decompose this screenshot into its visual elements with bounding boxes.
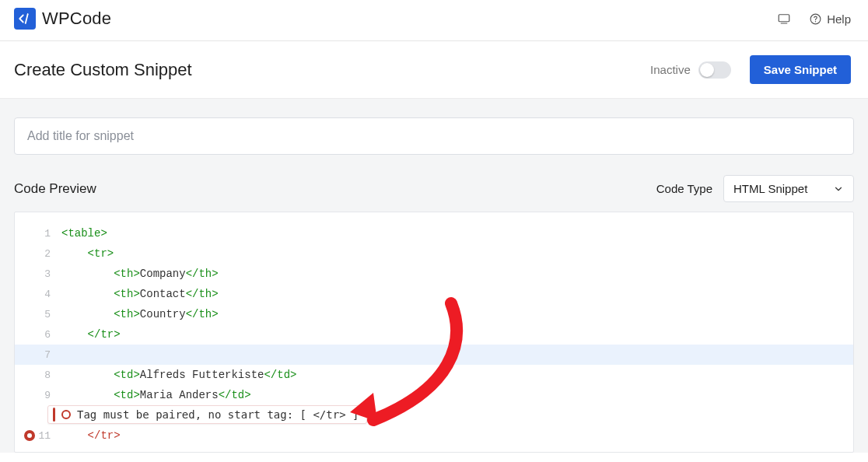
- status-toggle-group: Inactive: [650, 61, 731, 79]
- code-line: 2 <tr>: [15, 243, 853, 264]
- line-gutter: 7: [15, 349, 61, 361]
- save-button[interactable]: Save Snippet: [750, 55, 851, 84]
- line-gutter: 9: [15, 390, 61, 401]
- line-gutter: 2: [15, 248, 61, 260]
- screen-options-icon[interactable]: [776, 11, 792, 26]
- brand-logo: [14, 8, 36, 30]
- code-slash-icon: [18, 12, 32, 26]
- help-icon: [809, 12, 822, 26]
- error-ring-icon: [61, 410, 71, 419]
- brand-name: WPCode: [42, 9, 111, 29]
- error-message: Tag must be paired, no start tag: [ </tr…: [77, 408, 359, 421]
- code-line: 9 <td>Maria Anders</td>: [15, 385, 853, 405]
- page-title: Create Custom Snippet: [14, 60, 192, 80]
- code-line: 5 <th>Country</th>: [15, 304, 853, 324]
- top-bar: WPCode Help: [0, 0, 868, 41]
- line-gutter: 6: [15, 329, 61, 341]
- error-gutter-icon: [24, 430, 35, 441]
- code-type-label: Code Type: [656, 182, 712, 195]
- code-line: 8 <td>Alfreds Futterkiste</td>: [15, 365, 853, 385]
- brand: WPCode: [14, 8, 111, 30]
- code-line: 1<table>: [15, 223, 853, 243]
- body-area: Code Preview Code Type HTML Snippet 1<ta…: [0, 99, 868, 453]
- code-content: <th>Contact</th>: [61, 288, 219, 300]
- code-content: <th>Country</th>: [61, 308, 219, 320]
- code-content: <td>Maria Anders</td>: [61, 389, 251, 401]
- svg-point-3: [815, 21, 816, 22]
- line-gutter: 1: [15, 228, 61, 240]
- code-content: </tr>: [61, 429, 121, 442]
- code-line: 7: [15, 345, 853, 365]
- code-type-select[interactable]: HTML Snippet: [723, 175, 854, 202]
- line-gutter: 5: [15, 309, 61, 320]
- line-gutter: 11: [15, 430, 61, 442]
- help-link[interactable]: Help: [809, 12, 851, 26]
- preview-header-row: Code Preview Code Type HTML Snippet: [14, 175, 854, 202]
- code-type-group: Code Type HTML Snippet: [656, 175, 854, 202]
- code-preview-label: Code Preview: [14, 181, 96, 197]
- code-line: 4 <th>Contact</th>: [15, 284, 853, 304]
- code-content: <th>Company</th>: [61, 268, 219, 280]
- error-tooltip-row: Tag must be paired, no start tag: [ </tr…: [15, 405, 853, 425]
- page-header-actions: Inactive Save Snippet: [650, 55, 851, 84]
- line-gutter: 4: [15, 289, 61, 300]
- code-content: <td>Alfreds Futterkiste</td>: [61, 369, 296, 381]
- code-editor[interactable]: 1<table>2 <tr>3 <th>Company</th>4 <th>Co…: [14, 212, 854, 453]
- code-line: 6 </tr>: [15, 324, 853, 345]
- error-tooltip: Tag must be paired, no start tag: [ </tr…: [47, 405, 367, 424]
- code-type-value: HTML Snippet: [733, 182, 807, 195]
- help-label: Help: [827, 12, 851, 26]
- page-header: Create Custom Snippet Inactive Save Snip…: [0, 41, 868, 99]
- code-line-error: 11 </tr>: [15, 425, 853, 446]
- top-actions: Help: [776, 11, 851, 26]
- code-content: <table>: [61, 227, 107, 240]
- svg-rect-0: [779, 15, 789, 22]
- line-gutter: 8: [15, 369, 61, 381]
- chevron-down-icon: [833, 184, 844, 194]
- snippet-title-input[interactable]: [14, 117, 854, 155]
- active-toggle[interactable]: [698, 61, 731, 79]
- status-label: Inactive: [650, 63, 691, 76]
- code-content: </tr>: [61, 328, 121, 341]
- error-bar-icon: [53, 408, 55, 422]
- code-content: <tr>: [61, 247, 114, 260]
- code-line: 3 <th>Company</th>: [15, 264, 853, 284]
- line-gutter: 3: [15, 268, 61, 280]
